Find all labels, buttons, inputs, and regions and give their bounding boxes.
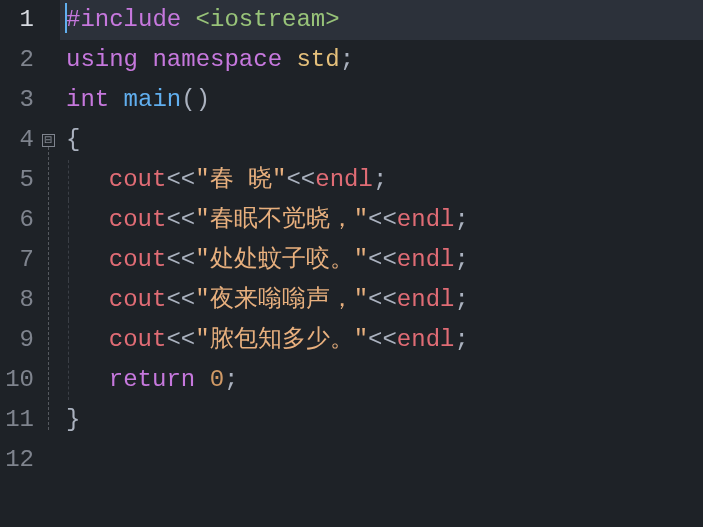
code-line[interactable]: } (60, 400, 703, 440)
line-number: 7 (0, 240, 34, 280)
tok-operator: << (368, 326, 397, 353)
code-line[interactable]: return 0; (60, 360, 703, 400)
code-line[interactable]: { (60, 120, 703, 160)
tok-operator: << (368, 206, 397, 233)
code-line[interactable] (60, 440, 703, 480)
tok-operator: << (368, 246, 397, 273)
tok-identifier: cout (109, 286, 167, 313)
line-number: 12 (0, 440, 34, 480)
tok-operator: << (166, 246, 195, 273)
tok-operator: << (368, 286, 397, 313)
line-number: 11 (0, 400, 34, 440)
tok-keyword: using (66, 46, 138, 73)
tok-identifier: cout (109, 246, 167, 273)
tok-operator: << (286, 166, 315, 193)
code-line[interactable]: cout<<"春眠不觉晓，"<<endl; (60, 200, 703, 240)
tok-punct: ; (224, 366, 238, 393)
tok-identifier: cout (109, 206, 167, 233)
tok-identifier: endl (397, 326, 455, 353)
line-number: 1 (0, 0, 34, 40)
tok-operator: << (166, 286, 195, 313)
tok-punct: () (181, 86, 210, 113)
line-number: 3 (0, 80, 34, 120)
line-number: 8 (0, 280, 34, 320)
code-line[interactable]: cout<<"脓包知多少。"<<endl; (60, 320, 703, 360)
tok-string: "春 晓" (195, 166, 286, 193)
tok-identifier: endl (397, 286, 455, 313)
tok-punct: ; (454, 286, 468, 313)
code-area[interactable]: #include <iostream> using namespace std;… (60, 0, 703, 527)
code-line[interactable]: using namespace std; (60, 40, 703, 80)
minus-icon: ⊟ (45, 134, 53, 147)
tok-punct: ; (454, 326, 468, 353)
tok-identifier: std (282, 46, 340, 73)
text-cursor (65, 3, 67, 33)
tok-punct: ; (454, 246, 468, 273)
indent-guide (68, 160, 80, 200)
code-line[interactable]: cout<<"处处蚊子咬。"<<endl; (60, 240, 703, 280)
tok-keyword: return (109, 366, 195, 393)
line-number: 6 (0, 200, 34, 240)
line-number: 9 (0, 320, 34, 360)
code-line[interactable]: #include <iostream> (60, 0, 703, 40)
tok-include-header: <iostream> (181, 6, 339, 33)
tok-keyword: namespace (138, 46, 282, 73)
tok-preprocessor: #include (66, 6, 181, 33)
line-number: 10 (0, 360, 34, 400)
tok-string: "脓包知多少。" (195, 326, 368, 353)
indent-guide (68, 320, 80, 360)
tok-identifier: endl (315, 166, 373, 193)
tok-string: "处处蚊子咬。" (195, 246, 368, 273)
tok-punct: ; (340, 46, 354, 73)
indent-guide (68, 360, 80, 400)
tok-operator: << (166, 206, 195, 233)
tok-identifier: cout (109, 166, 167, 193)
tok-number: 0 (195, 366, 224, 393)
tok-identifier: endl (397, 206, 455, 233)
tok-punct: ; (454, 206, 468, 233)
fold-guide-line (48, 147, 49, 430)
indent-guide (68, 280, 80, 320)
line-number: 4 (0, 120, 34, 160)
line-number-gutter: 1 2 3 4 5 6 7 8 9 10 11 12 (0, 0, 42, 527)
code-line[interactable]: cout<<"春 晓"<<endl; (60, 160, 703, 200)
tok-operator: << (166, 166, 195, 193)
tok-identifier: endl (397, 246, 455, 273)
indent-guide (68, 200, 80, 240)
code-editor[interactable]: 1 2 3 4 5 6 7 8 9 10 11 12 ⊟ #include <i… (0, 0, 703, 527)
tok-brace: } (66, 406, 80, 433)
tok-keyword: int (66, 86, 109, 113)
tok-brace: { (66, 126, 80, 153)
fold-column: ⊟ (42, 0, 60, 527)
indent-guide (68, 240, 80, 280)
code-line[interactable]: int main() (60, 80, 703, 120)
fold-toggle-icon[interactable]: ⊟ (42, 134, 55, 147)
line-number: 2 (0, 40, 34, 80)
tok-string: "春眠不觉晓，" (195, 206, 368, 233)
tok-punct: ; (373, 166, 387, 193)
tok-operator: << (166, 326, 195, 353)
tok-function: main (109, 86, 181, 113)
line-number: 5 (0, 160, 34, 200)
tok-string: "夜来嗡嗡声，" (195, 286, 368, 313)
tok-identifier: cout (109, 326, 167, 353)
code-line[interactable]: cout<<"夜来嗡嗡声，"<<endl; (60, 280, 703, 320)
